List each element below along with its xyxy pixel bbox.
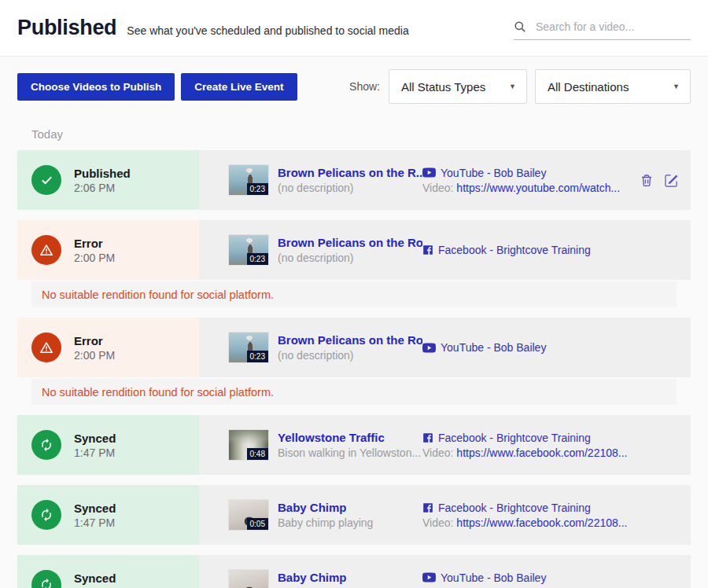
video-title[interactable]: Brown Pelicans on the R... [278,166,422,179]
duration-badge: 0:23 [247,183,268,196]
delete-button[interactable] [640,174,653,187]
entry-content: 0:23Brown Pelicans on the Ro...(no descr… [199,220,691,280]
video-description: (no description) [278,349,422,362]
destination-name: YouTube - Bob Bailey [441,167,546,179]
video-title[interactable]: Baby Chimp [278,571,422,584]
video-line: Video: https://www.facebook.com/22108... [422,516,627,529]
trash-icon [640,174,653,187]
entry-content: 0:23Brown Pelicans on the Ro...(no descr… [199,318,691,377]
entry-content: 0:48Yellowstone TrafficBison walking in … [199,415,691,475]
sync-icon [31,430,61,460]
check-icon [31,165,61,195]
video-search[interactable] [514,20,691,40]
destination-line: Facebook - Brightcove Training [422,502,627,514]
video-thumbnail[interactable]: 0:23 [228,164,269,196]
status-label: Published [74,167,131,180]
video-title[interactable]: Baby Chimp [278,501,422,514]
duration-badge: 0:05 [247,518,268,531]
video-thumbnail[interactable]: 0:23 [228,332,269,363]
status-time: 2:00 PM [74,349,115,362]
entry-row: Synced1:47 PM0:05Baby ChimpBaby chimp pl… [17,485,691,545]
status-cell: Synced1:47 PM [17,485,199,545]
destination-name: Facebook - Brightcove Training [438,502,591,514]
destination-name: YouTube - Bob Bailey [441,341,546,354]
status-label: Synced [74,502,116,515]
duration-badge: 0:48 [247,448,268,461]
video-description: Bison walking in Yellowston... [278,447,422,459]
publish-entry: Synced1:46 PM0:05Baby ChimpBaby chimp pl… [17,555,691,588]
video-title[interactable]: Yellowstone Traffic [278,431,422,444]
video-description: (no description) [278,252,422,264]
create-live-event-button[interactable]: Create Live Event [181,73,297,101]
facebook-icon [422,502,433,513]
sync-icon [31,570,61,588]
facebook-icon [422,244,433,255]
video-thumbnail[interactable]: 0:48 [228,429,269,461]
publish-entry: Published2:06 PM0:23Brown Pelicans on th… [17,150,691,210]
error-message: No suitable rendition found for social p… [42,288,274,301]
show-label: Show: [349,80,380,93]
status-cell: Synced1:46 PM [17,555,199,588]
video-link[interactable]: https://www.facebook.com/22108... [456,516,627,529]
video-thumbnail[interactable]: 0:05 [228,499,269,531]
entry-content: 0:05Baby ChimpBaby chimp playingYouTube … [199,555,691,588]
video-label: Video: [422,516,453,529]
destination-line: Facebook - Brightcove Training [422,244,591,256]
edit-button[interactable] [665,174,678,187]
entry-content: 0:23Brown Pelicans on the R...(no descri… [199,150,691,210]
video-title[interactable]: Brown Pelicans on the Ro... [278,333,422,347]
status-label: Error [74,334,115,347]
duration-badge: 0:23 [247,351,268,363]
duration-badge: 0:23 [247,253,268,266]
status-filter-value: All Status Types [401,80,485,94]
publish-entry: Synced1:47 PM0:05Baby ChimpBaby chimp pl… [17,485,691,545]
video-thumbnail[interactable]: 0:05 [228,569,269,588]
status-label: Synced [74,432,116,445]
video-title[interactable]: Brown Pelicans on the Ro... [278,236,422,249]
page-subtitle: See what you've scheduled and published … [127,24,408,37]
video-description: Baby chimp playing [278,516,422,529]
destination-name: Facebook - Brightcove Training [438,432,591,444]
status-cell: Synced1:47 PM [17,415,199,475]
destination-line: Facebook - Brightcove Training [422,432,627,444]
entry-row: Published2:06 PM0:23Brown Pelicans on th… [17,150,691,210]
page-title: Published [17,16,116,40]
warning-icon [31,235,61,265]
entry-row: Synced1:46 PM0:05Baby ChimpBaby chimp pl… [17,555,691,588]
status-filter-select[interactable]: All Status Types ▼ [389,69,527,104]
entry-actions [640,174,678,187]
status-cell: Published2:06 PM [17,150,199,210]
youtube-icon [422,572,436,582]
status-time: 1:47 PM [74,447,116,459]
status-time: 1:47 PM [74,516,116,529]
status-label: Synced [74,571,116,585]
error-message: No suitable rendition found for social p… [42,386,274,399]
choose-videos-button[interactable]: Choose Videos to Publish [17,73,175,101]
video-label: Video: [422,182,453,194]
publish-entry: Synced1:47 PM0:48Yellowstone TrafficBiso… [17,415,691,475]
video-thumbnail[interactable]: 0:23 [228,234,269,266]
error-message-bar: No suitable rendition found for social p… [31,281,677,307]
status-label: Error [74,237,115,250]
video-line: Video: https://www.youtube.com/watch... [422,182,620,194]
destination-filter-value: All Destinations [548,80,629,94]
youtube-icon [422,167,436,178]
toolbar: Choose Videos to Publish Create Live Eve… [0,57,708,104]
status-cell: Error2:00 PM [17,220,199,280]
sync-icon [31,500,61,530]
status-cell: Error2:00 PM [17,318,199,377]
video-link[interactable]: https://www.facebook.com/22108... [456,447,627,459]
video-link[interactable]: https://www.youtube.com/watch... [456,182,620,194]
search-input[interactable] [534,20,691,34]
video-label: Video: [422,447,453,459]
facebook-icon [422,432,433,443]
destination-line: YouTube - Bob Bailey [422,341,546,354]
error-message-bar: No suitable rendition found for social p… [31,379,677,405]
destination-filter-select[interactable]: All Destinations ▼ [535,69,691,104]
status-time: 2:06 PM [74,182,131,194]
chevron-down-icon: ▼ [509,83,516,90]
publish-entry: Error2:00 PM0:23Brown Pelicans on the Ro… [17,220,691,307]
destination-line: YouTube - Bob Bailey [422,571,626,584]
video-description: (no description) [278,182,422,194]
youtube-icon [422,343,436,353]
